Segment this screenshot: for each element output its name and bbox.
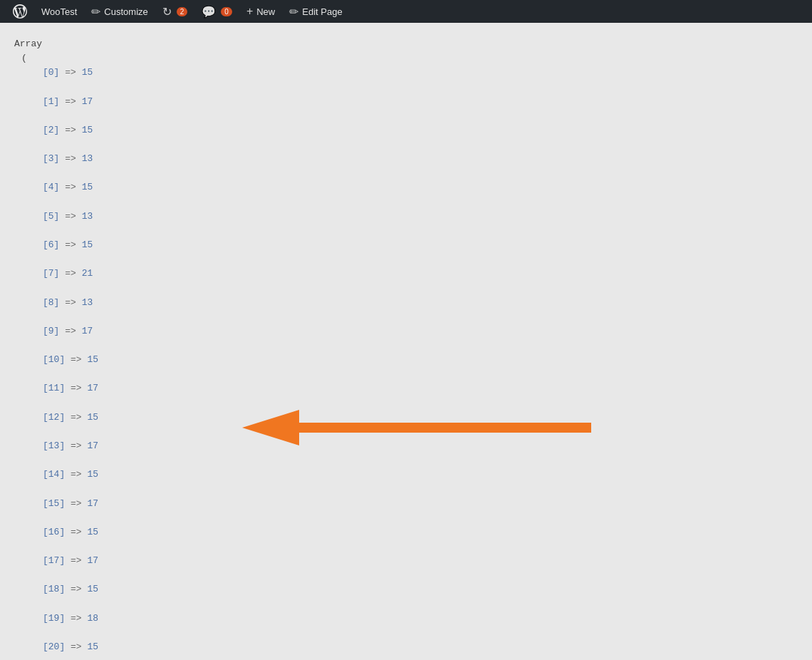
array-row: [17] => 17 (43, 554, 798, 568)
array-row: [11] => 17 (43, 381, 798, 396)
array-index: [14] (43, 469, 65, 480)
array-rows: [0] => 15[1] => 17[2] => 15[3] => 13[4] … (14, 66, 798, 660)
array-arrow-op: => (65, 239, 76, 250)
array-value: 15 (82, 67, 93, 78)
updates-button[interactable]: ↻ 2 (155, 0, 195, 23)
array-value: 18 (87, 613, 98, 624)
array-output: Array ( [0] => 15[1] => 17[2] => 15[3] =… (14, 37, 798, 660)
new-button[interactable]: + New (239, 0, 282, 23)
array-keyword: Array (14, 38, 42, 49)
array-row: [12] => 15 (43, 411, 798, 425)
array-row: [16] => 15 (43, 525, 798, 540)
array-index: [6] (43, 239, 59, 250)
array-index: [17] (43, 555, 65, 566)
array-arrow-op: => (65, 297, 76, 308)
array-row: [3] => 13 (43, 152, 798, 166)
array-arrow-op: => (71, 412, 82, 423)
array-row: [4] => 15 (43, 180, 798, 195)
array-arrow-op: => (71, 584, 82, 594)
array-arrow-op: => (65, 211, 76, 222)
array-arrow-op: => (65, 125, 76, 135)
array-row: [20] => 15 (43, 640, 798, 654)
array-row: [2] => 15 (43, 123, 798, 138)
array-index: [8] (43, 297, 59, 308)
array-index: [5] (43, 211, 59, 222)
array-row: [18] => 15 (43, 582, 798, 597)
array-row: [13] => 17 (43, 439, 798, 453)
array-index: [19] (43, 613, 65, 624)
array-arrow-op: => (65, 182, 76, 192)
array-value: 15 (87, 641, 98, 652)
array-row: [7] => 21 (43, 267, 798, 281)
array-open-paren: ( (21, 53, 27, 63)
array-value: 17 (87, 440, 98, 451)
array-index: [12] (43, 412, 65, 423)
array-value: 15 (87, 354, 98, 365)
array-index: [1] (43, 96, 59, 107)
array-row: [19] => 18 (43, 612, 798, 626)
array-value: 15 (87, 527, 98, 537)
array-value: 17 (87, 498, 98, 509)
array-row: [10] => 15 (43, 353, 798, 367)
array-index: [2] (43, 125, 59, 135)
array-row: [8] => 13 (43, 296, 798, 310)
array-value: 15 (82, 182, 93, 192)
wp-logo-button[interactable] (6, 0, 34, 23)
array-index: [16] (43, 527, 65, 537)
array-arrow-op: => (65, 326, 76, 336)
array-row: [0] => 15 (43, 66, 798, 80)
comments-icon: 💬 (202, 5, 216, 19)
array-row: [5] => 13 (43, 210, 798, 224)
array-value: 17 (82, 96, 93, 107)
updates-badge: 2 (177, 7, 188, 16)
comments-badge: 0 (221, 7, 232, 16)
array-arrow-op: => (71, 641, 82, 652)
array-arrow-op: => (71, 440, 82, 451)
site-name-button[interactable]: WooTest (34, 0, 84, 23)
array-value: 13 (82, 297, 93, 308)
new-icon: + (246, 5, 253, 18)
page-content: Array ( [0] => 15[1] => 17[2] => 15[3] =… (0, 23, 812, 660)
customize-button[interactable]: ✏ Customize (84, 0, 155, 23)
array-index: [18] (43, 584, 65, 594)
array-value: 15 (87, 584, 98, 594)
array-index: [4] (43, 182, 59, 192)
customize-label: Customize (104, 6, 147, 17)
array-arrow-op: => (71, 383, 82, 393)
edit-page-label: Edit Page (302, 6, 342, 17)
array-value: 13 (82, 211, 93, 222)
array-row: [1] => 17 (43, 95, 798, 109)
array-value: 15 (87, 412, 98, 423)
array-row: [9] => 17 (43, 324, 798, 339)
array-index: [11] (43, 383, 65, 393)
customize-icon: ✏ (91, 5, 100, 19)
array-index: [9] (43, 326, 59, 336)
array-index: [15] (43, 498, 65, 509)
array-arrow-op: => (71, 527, 82, 537)
array-value: 17 (87, 383, 98, 393)
array-index: [13] (43, 440, 65, 451)
array-index: [0] (43, 67, 59, 78)
array-row: [14] => 15 (43, 468, 798, 482)
site-name-label: WooTest (41, 6, 77, 17)
array-arrow-op: => (71, 555, 82, 566)
array-arrow-op: => (71, 469, 82, 480)
array-index: [20] (43, 641, 65, 652)
array-arrow-op: => (65, 153, 76, 164)
array-value: 17 (87, 555, 98, 566)
array-row: [6] => 15 (43, 238, 798, 252)
array-arrow-op: => (71, 354, 82, 365)
array-index: [7] (43, 268, 59, 279)
comments-button[interactable]: 💬 0 (194, 0, 239, 23)
admin-bar: WooTest ✏ Customize ↻ 2 💬 0 + New ✏ Edit… (0, 0, 812, 23)
array-arrow-op: => (65, 268, 76, 279)
array-index: [3] (43, 153, 59, 164)
array-index: [10] (43, 354, 65, 365)
array-arrow-op: => (71, 613, 82, 624)
array-value: 17 (82, 326, 93, 336)
array-value: 15 (82, 239, 93, 250)
edit-page-button[interactable]: ✏ Edit Page (282, 0, 349, 23)
array-arrow-op: => (71, 498, 82, 509)
new-label: New (256, 6, 275, 17)
array-value: 15 (82, 125, 93, 135)
